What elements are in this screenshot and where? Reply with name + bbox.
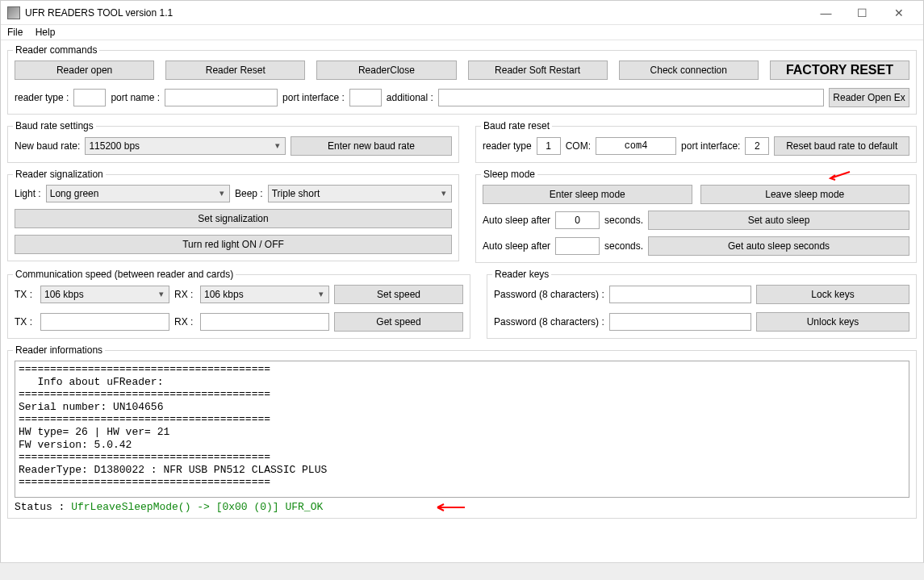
seconds-label-2: seconds. — [604, 240, 643, 252]
auto-sleep-after-label-2: Auto sleep after — [483, 240, 550, 252]
lock-password-input[interactable] — [609, 286, 751, 303]
auto-sleep-seconds-input-2[interactable] — [555, 237, 600, 255]
comm-speed-group: Communication speed (between reader and … — [7, 274, 470, 339]
auto-sleep-seconds-input-1[interactable] — [555, 211, 600, 229]
reader-reset-button[interactable]: Reader Reset — [165, 61, 305, 80]
sleep-group: Sleep mode Enter sleep mode Leave sleep … — [475, 174, 917, 263]
port-interface-label: port interface : — [282, 92, 345, 103]
set-signalization-button[interactable]: Set signalization — [15, 209, 452, 228]
menu-file[interactable]: File — [7, 27, 23, 38]
signalization-group: Reader signalization Light : Long green … — [7, 174, 459, 261]
enter-baud-button[interactable]: Enter new baud rate — [291, 136, 452, 156]
new-baud-select[interactable]: 115200 bps — [85, 137, 286, 155]
statusbar — [0, 562, 924, 580]
tx-label-1: TX : — [15, 289, 36, 300]
reader-type-label: reader type : — [15, 92, 69, 103]
sleep-legend: Sleep mode — [481, 169, 537, 180]
rx-select[interactable]: 106 kbps — [200, 286, 329, 303]
port-interface-input[interactable] — [349, 89, 382, 106]
keys-legend: Reader keys — [492, 269, 551, 280]
reader-commands-group: Reader commands Reader open Reader Reset… — [7, 50, 917, 115]
auto-sleep-after-label-1: Auto sleep after — [483, 215, 550, 226]
reader-soft-restart-button[interactable]: Reader Soft Restart — [468, 61, 608, 80]
baud-reset-legend: Baud rate reset — [481, 120, 552, 131]
new-baud-label: New baud rate: — [15, 140, 80, 152]
beep-select[interactable]: Triple short — [268, 185, 452, 202]
rx-label-1: RX : — [174, 289, 195, 300]
status-label: Status : — [15, 501, 71, 513]
turn-red-light-button[interactable]: Turn red light ON / OFF — [15, 235, 452, 254]
titlebar: UFR READERS TOOL version 1.1 — ☐ ✕ — [1, 1, 923, 25]
signalization-legend: Reader signalization — [13, 169, 106, 180]
port-name-label: port name : — [111, 92, 160, 103]
unlock-password-input[interactable] — [609, 313, 751, 331]
red-arrow-icon — [434, 503, 466, 514]
reset-reader-type-input[interactable] — [537, 137, 561, 155]
reader-close-button[interactable]: ReaderClose — [316, 61, 456, 80]
light-label: Light : — [15, 188, 41, 199]
reset-com-label: COM: — [566, 140, 591, 152]
reader-open-button[interactable]: Reader open — [15, 61, 154, 80]
enter-sleep-button[interactable]: Enter sleep mode — [483, 185, 692, 204]
tx-readonly-input[interactable] — [40, 313, 169, 331]
seconds-label-1: seconds. — [604, 215, 643, 226]
reset-baud-button[interactable]: Reset baud rate to default — [774, 136, 909, 156]
additional-label: additional : — [387, 92, 433, 103]
port-name-input[interactable] — [165, 89, 278, 106]
red-arrow-icon — [827, 170, 851, 182]
reset-reader-type-label: reader type — [483, 140, 532, 152]
reader-open-ex-button[interactable]: Reader Open Ex — [829, 88, 909, 107]
tx-select[interactable]: 106 kbps — [40, 286, 169, 303]
unlock-keys-button[interactable]: Unlock keys — [756, 312, 909, 332]
reset-port-iface-input[interactable] — [745, 137, 769, 155]
set-auto-sleep-button[interactable]: Set auto sleep — [648, 211, 909, 230]
pwd-label-2: Password (8 characters) : — [494, 316, 604, 328]
baud-settings-group: Baud rate settings New baud rate: 115200… — [7, 126, 459, 163]
menubar: File Help — [1, 25, 923, 40]
app-icon — [7, 6, 20, 19]
get-speed-button[interactable]: Get speed — [334, 312, 463, 332]
factory-reset-button[interactable]: FACTORY RESET — [770, 61, 909, 80]
get-auto-sleep-button[interactable]: Get auto sleep seconds — [648, 236, 909, 256]
rx-label-2: RX : — [174, 316, 195, 328]
lock-keys-button[interactable]: Lock keys — [756, 285, 909, 304]
baud-settings-legend: Baud rate settings — [13, 120, 96, 131]
reader-commands-legend: Reader commands — [13, 44, 99, 56]
beep-label: Beep : — [235, 188, 263, 199]
pwd-label-1: Password (8 characters) : — [494, 289, 604, 300]
tx-label-2: TX : — [15, 316, 36, 328]
rx-readonly-input[interactable] — [200, 313, 329, 331]
light-select[interactable]: Long green — [46, 185, 230, 202]
status-value: UfrLeaveSleepMode() -> [0x00 (0)] UFR_OK — [71, 501, 323, 513]
maximize-button[interactable]: ☐ — [844, 2, 880, 24]
set-speed-button[interactable]: Set speed — [334, 285, 463, 304]
window-title: UFR READERS TOOL version 1.1 — [25, 7, 808, 19]
minimize-button[interactable]: — — [808, 2, 844, 24]
reset-com-input[interactable] — [596, 137, 676, 155]
check-connection-button[interactable]: Check connection — [619, 61, 759, 80]
informations-textarea[interactable]: ========================================… — [15, 361, 909, 498]
close-button[interactable]: ✕ — [880, 2, 917, 24]
comm-speed-legend: Communication speed (between reader and … — [13, 269, 236, 280]
keys-group: Reader keys Password (8 characters) : Lo… — [487, 274, 917, 339]
reset-port-iface-label: port interface: — [681, 140, 740, 152]
baud-reset-group: Baud rate reset reader type COM: port in… — [475, 126, 917, 163]
informations-group: Reader informations ====================… — [7, 350, 917, 519]
informations-legend: Reader informations — [13, 344, 105, 356]
leave-sleep-button[interactable]: Leave sleep mode — [700, 185, 910, 204]
reader-type-input[interactable] — [73, 89, 106, 106]
menu-help[interactable]: Help — [36, 27, 56, 38]
additional-input[interactable] — [438, 89, 824, 106]
